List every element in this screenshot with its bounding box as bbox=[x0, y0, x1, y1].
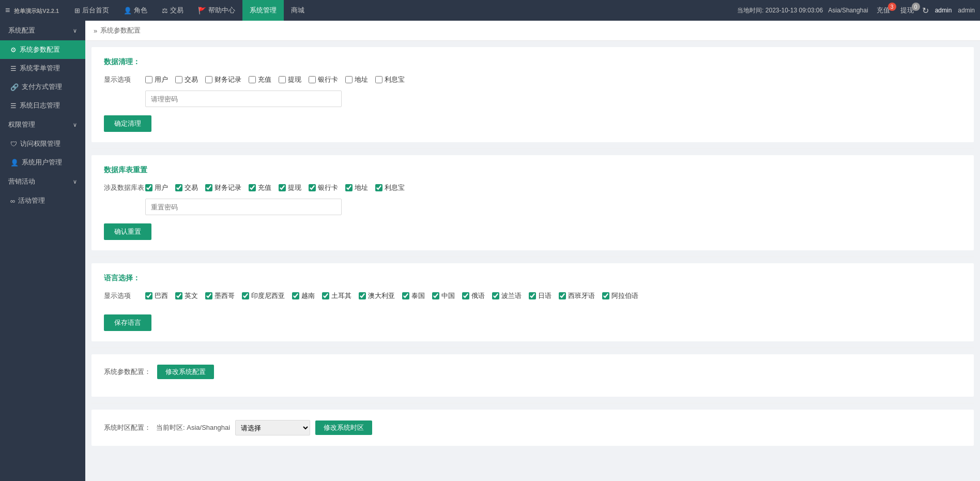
list-icon: ☰ bbox=[10, 65, 17, 72]
data-clear-finance-checkbox[interactable]: 财务记录 bbox=[205, 75, 241, 84]
data-clear-bankcard-checkbox[interactable]: 银行卡 bbox=[309, 75, 338, 84]
withdraw-checkbox[interactable] bbox=[279, 76, 286, 83]
data-clear-recharge-checkbox[interactable]: 充值 bbox=[249, 75, 271, 84]
withdraw-button[interactable]: 提现 0 bbox=[898, 6, 916, 15]
main-content: » 系统参数配置 数据清理： 显示选项 用户 交易 财务记录 bbox=[85, 21, 980, 481]
current-time: 当地时间: 2023-10-13 09:03:06 Asia/Shanghai bbox=[737, 6, 868, 15]
db-recharge-checkbox[interactable]: 充值 bbox=[249, 183, 271, 192]
recharge-button[interactable]: 充值 3 bbox=[875, 6, 892, 15]
finance-checkbox[interactable] bbox=[205, 76, 212, 83]
nav-item-dashboard[interactable]: ⊞ 后台首页 bbox=[67, 0, 116, 21]
lang-poland[interactable]: 波兰语 bbox=[492, 291, 522, 300]
chevron-down-icon: ∨ bbox=[73, 122, 77, 128]
lang-australia[interactable]: 澳大利亚 bbox=[359, 291, 395, 300]
sidebar-item-activity[interactable]: ∞ 活动管理 bbox=[0, 191, 85, 210]
db-interest-checkbox[interactable]: 利息宝 bbox=[375, 183, 405, 192]
nav-item-help[interactable]: 🚩 帮助中心 bbox=[191, 0, 242, 21]
db-withdraw-checkbox[interactable]: 提现 bbox=[279, 183, 301, 192]
lang-thailand[interactable]: 泰国 bbox=[402, 291, 425, 300]
lang-indonesia[interactable]: 印度尼西亚 bbox=[242, 291, 285, 300]
show-options-label: 显示选项 bbox=[104, 75, 145, 84]
reset-password-input[interactable] bbox=[145, 199, 342, 215]
sidebar-item-sys-log[interactable]: ☰ 系统日志管理 bbox=[0, 96, 85, 115]
sidebar-group-label: 系统配置 bbox=[8, 26, 35, 35]
data-clear-user-checkbox[interactable]: 用户 bbox=[145, 75, 168, 84]
user-icon: 👤 bbox=[10, 159, 19, 167]
transaction-checkbox[interactable] bbox=[175, 76, 182, 83]
db-interest-cb[interactable] bbox=[375, 184, 382, 191]
sidebar-group-system-config[interactable]: 系统配置 ∨ bbox=[0, 21, 85, 40]
lang-arabic[interactable]: 阿拉伯语 bbox=[602, 291, 638, 300]
brand-logo: 抢单演示站V2.2.1 bbox=[14, 6, 59, 15]
db-user-checkbox[interactable]: 用户 bbox=[145, 183, 168, 192]
lang-spain[interactable]: 西班牙语 bbox=[559, 291, 595, 300]
sidebar-item-sysuser[interactable]: 👤 系统用户管理 bbox=[0, 153, 85, 172]
data-clear-withdraw-checkbox[interactable]: 提现 bbox=[279, 75, 301, 84]
refresh-icon[interactable]: ↻ bbox=[922, 6, 929, 16]
db-withdraw-cb[interactable] bbox=[279, 184, 286, 191]
lang-mexico[interactable]: 墨西哥 bbox=[205, 291, 235, 300]
menu-toggle-icon[interactable]: ≡ bbox=[5, 6, 10, 15]
lang-turkey[interactable]: 土耳其 bbox=[322, 291, 351, 300]
interest-checkbox[interactable] bbox=[375, 76, 382, 83]
nav-item-shop[interactable]: 商城 bbox=[284, 0, 312, 21]
save-language-button[interactable]: 保存语言 bbox=[104, 314, 151, 331]
db-finance-checkbox[interactable]: 财务记录 bbox=[205, 183, 241, 192]
activity-icon: ∞ bbox=[10, 197, 15, 205]
withdraw-badge: 0 bbox=[912, 3, 920, 11]
log-icon: ☰ bbox=[10, 102, 17, 110]
db-bankcard-cb[interactable] bbox=[309, 184, 316, 191]
sidebar-item-access[interactable]: 🛡 访问权限管理 bbox=[0, 134, 85, 153]
sidebar-group-label: 营销活动 bbox=[8, 177, 35, 186]
shield-icon: 🛡 bbox=[10, 140, 17, 148]
timezone-row: 系统时区配置： 当前时区: Asia/Shanghai 请选择 Asia/Sha… bbox=[104, 420, 961, 435]
db-bankcard-checkbox[interactable]: 银行卡 bbox=[309, 183, 338, 192]
confirm-reset-button[interactable]: 确认重置 bbox=[104, 223, 151, 240]
modify-system-config-button[interactable]: 修改系统配置 bbox=[157, 365, 214, 379]
sidebar-group-label: 权限管理 bbox=[8, 120, 35, 129]
db-user-cb[interactable] bbox=[145, 184, 152, 191]
data-clear-interest-checkbox[interactable]: 利息宝 bbox=[375, 75, 405, 84]
sys-config-label: 系统参数配置： bbox=[104, 367, 151, 377]
data-clear-address-checkbox[interactable]: 地址 bbox=[345, 75, 368, 84]
modify-timezone-button[interactable]: 修改系统时区 bbox=[315, 420, 372, 435]
db-transaction-cb[interactable] bbox=[175, 184, 182, 191]
db-address-checkbox[interactable]: 地址 bbox=[345, 183, 368, 192]
bankcard-checkbox[interactable] bbox=[309, 76, 316, 83]
db-address-cb[interactable] bbox=[345, 184, 353, 191]
main-layout: 系统配置 ∨ ⚙ 系统参数配置 ☰ 系统零单管理 🔗 支付方式管理 ☰ 系统日志… bbox=[0, 21, 980, 481]
lang-japan[interactable]: 日语 bbox=[529, 291, 552, 300]
clear-password-input[interactable] bbox=[145, 91, 342, 107]
nav-item-role[interactable]: 👤 角色 bbox=[116, 0, 155, 21]
sidebar-group-permission[interactable]: 权限管理 ∨ bbox=[0, 115, 85, 134]
recharge-checkbox[interactable] bbox=[249, 76, 256, 83]
user-checkbox[interactable] bbox=[145, 76, 152, 83]
sidebar-item-sys-order[interactable]: ☰ 系统零单管理 bbox=[0, 59, 85, 78]
language-options-row: 显示选项 巴西 英文 墨西哥 印度尼西亚 bbox=[104, 291, 961, 300]
confirm-clear-button[interactable]: 确定清理 bbox=[104, 115, 151, 132]
sidebar-item-payment[interactable]: 🔗 支付方式管理 bbox=[0, 78, 85, 96]
nav-item-transaction[interactable]: ⚖ 交易 bbox=[155, 0, 191, 21]
address-checkbox[interactable] bbox=[345, 76, 353, 83]
lang-russia[interactable]: 俄语 bbox=[462, 291, 485, 300]
db-recharge-cb[interactable] bbox=[249, 184, 256, 191]
sys-config-row: 系统参数配置： 修改系统配置 bbox=[104, 365, 961, 379]
timezone-current-label: 当前时区: Asia/Shanghai bbox=[156, 423, 230, 432]
timezone-select[interactable]: 请选择 Asia/Shanghai Asia/Tokyo America/New… bbox=[235, 420, 310, 435]
data-clear-transaction-checkbox[interactable]: 交易 bbox=[175, 75, 198, 84]
nav-item-system[interactable]: 系统管理 bbox=[242, 0, 284, 21]
db-transaction-checkbox[interactable]: 交易 bbox=[175, 183, 198, 192]
lang-brazil[interactable]: 巴西 bbox=[145, 291, 168, 300]
lang-china[interactable]: 中国 bbox=[432, 291, 455, 300]
lang-english[interactable]: 英文 bbox=[175, 291, 198, 300]
language-section: 语言选择： 显示选项 巴西 英文 墨西哥 印度尼西亚 bbox=[91, 263, 974, 341]
header-right: 当地时间: 2023-10-13 09:03:06 Asia/Shanghai … bbox=[737, 6, 975, 16]
sidebar-item-sys-params[interactable]: ⚙ 系统参数配置 bbox=[0, 40, 85, 59]
role-icon: 👤 bbox=[124, 7, 132, 14]
sidebar-group-marketing[interactable]: 营销活动 ∨ bbox=[0, 172, 85, 191]
brand-name: 抢单演示站 bbox=[14, 8, 42, 14]
involve-label: 涉及数据库表 bbox=[104, 183, 145, 192]
db-finance-cb[interactable] bbox=[205, 184, 212, 191]
data-clear-title: 数据清理： bbox=[104, 57, 961, 67]
lang-vietnam[interactable]: 越南 bbox=[292, 291, 315, 300]
